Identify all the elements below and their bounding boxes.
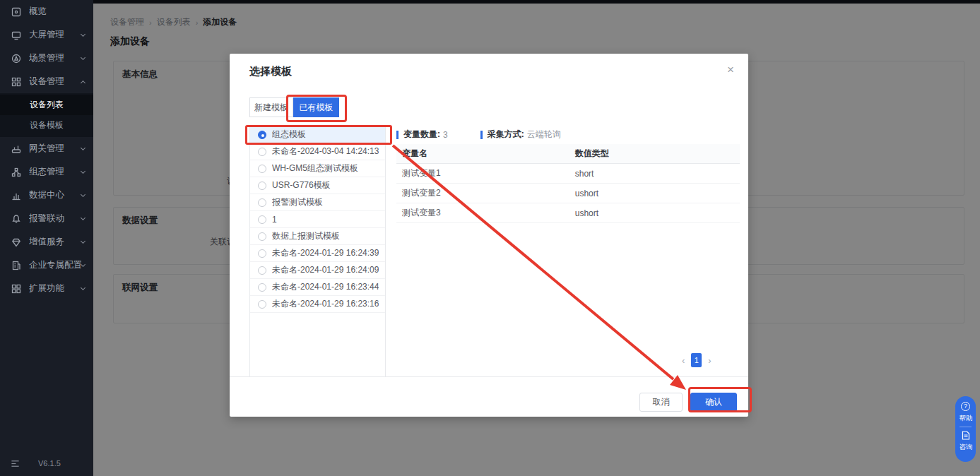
template-list-item[interactable]: 未命名-2024-01-29 16:24:09 <box>250 262 385 279</box>
sidebar-item-overview[interactable]: 概览 <box>0 0 93 23</box>
radio-icon[interactable] <box>258 232 266 241</box>
collect-method-value: 云端轮询 <box>527 129 561 141</box>
template-list-item[interactable]: 未命名-2024-01-29 16:24:39 <box>250 245 385 262</box>
chevron-down-icon <box>81 169 85 174</box>
template-name: 未命名-2024-01-29 16:24:39 <box>272 247 379 259</box>
template-name: 数据上报测试模板 <box>272 230 340 242</box>
radio-icon[interactable] <box>258 148 266 156</box>
sidebar-item-label: 报警联动 <box>29 213 81 225</box>
chevron-down-icon <box>81 215 85 220</box>
chevron-up-icon <box>81 80 85 85</box>
bar-chart-icon <box>11 190 21 201</box>
radio-icon[interactable] <box>258 249 266 258</box>
divider <box>960 427 972 427</box>
config-icon <box>11 167 21 177</box>
tab-existing-template[interactable]: 已有模板 <box>293 97 339 117</box>
alarm-icon <box>11 213 21 224</box>
collapse-menu-icon[interactable] <box>11 459 20 468</box>
prev-page-icon[interactable]: ‹ <box>682 356 685 365</box>
help-widget: ? 帮助 咨询 <box>955 396 976 462</box>
template-summary: 变量数量: 3 采集方式: 云端轮询 <box>396 129 561 141</box>
template-list-item[interactable]: 报警测试模板 <box>250 194 385 211</box>
sidebar-footer: V6.1.5 <box>0 451 93 476</box>
question-icon: ? <box>961 402 970 411</box>
template-list-item[interactable]: 数据上报测试模板 <box>250 228 385 245</box>
sidebar-item-enterprise[interactable]: 企业专属配置 <box>0 254 93 277</box>
close-icon[interactable]: × <box>724 61 737 78</box>
template-name: USR-G776模板 <box>272 179 331 191</box>
radio-icon[interactable] <box>258 198 266 207</box>
confirm-button[interactable]: 确认 <box>690 393 737 412</box>
template-name: 1 <box>272 215 277 225</box>
template-list-item[interactable]: 未命名-2024-03-04 14:24:13 <box>250 143 385 160</box>
sidebar-item-gateway[interactable]: 网关管理 <box>0 137 93 160</box>
template-list-item[interactable]: USR-G776模板 <box>250 177 385 194</box>
template-list-item[interactable]: 1 <box>250 211 385 228</box>
template-name: 未命名-2024-01-29 16:24:09 <box>272 264 379 276</box>
sub-item-label: 设备模板 <box>30 119 64 131</box>
sidebar-item-device-list[interactable]: 设备列表 <box>0 95 93 115</box>
template-list-item[interactable]: 未命名-2024-01-29 16:23:44 <box>250 279 385 296</box>
modal-footer: 取消 确认 <box>230 376 748 417</box>
consult-label: 咨询 <box>959 442 972 451</box>
diamond-icon <box>11 237 21 247</box>
dashboard-icon <box>11 6 21 17</box>
select-template-modal: 选择模板 × 新建模板 已有模板 组态模板 未命名-2024-03-04 14:… <box>230 54 748 417</box>
template-list: 组态模板 未命名-2024-03-04 14:24:13 WH-GM5组态测试模… <box>249 126 386 377</box>
template-name: 未命名-2024-01-29 16:23:44 <box>272 281 379 293</box>
radio-icon[interactable] <box>258 165 266 173</box>
radio-icon[interactable] <box>258 266 266 275</box>
grid-icon <box>11 283 21 294</box>
radio-icon[interactable] <box>258 283 266 292</box>
sidebar-item-label: 概览 <box>29 6 85 18</box>
pagination: ‹ 1 › <box>682 353 712 367</box>
device-submenu: 设备列表 设备模板 <box>0 93 93 137</box>
sidebar-item-extend[interactable]: 扩展功能 <box>0 277 93 300</box>
accent-bar <box>480 131 483 139</box>
sidebar-item-bigscreen[interactable]: 大屏管理 <box>0 23 93 47</box>
cell-var-name: 测试变量3 <box>396 207 575 219</box>
sidebar-item-value-service[interactable]: 增值服务 <box>0 230 93 254</box>
radio-icon[interactable] <box>258 300 266 309</box>
sidebar-item-label: 数据中心 <box>29 189 81 201</box>
cell-value-type: short <box>575 169 740 179</box>
col-header-var-name: 变量名 <box>396 148 575 160</box>
variable-table: 变量名 数值类型 测试变量1 short 测试变量2 ushort 测试变量3 … <box>396 144 740 223</box>
template-name: WH-GM5组态测试模板 <box>272 162 358 174</box>
template-list-item[interactable]: 组态模板 <box>250 126 385 143</box>
radio-icon[interactable] <box>258 182 266 190</box>
sidebar-item-device-template[interactable]: 设备模板 <box>0 115 93 136</box>
template-name: 组态模板 <box>272 129 306 141</box>
next-page-icon[interactable]: › <box>708 356 711 365</box>
sidebar-item-datacenter[interactable]: 数据中心 <box>0 184 93 207</box>
var-count-value: 3 <box>443 130 448 140</box>
help-label: 帮助 <box>959 413 972 422</box>
sidebar-item-label: 网关管理 <box>29 143 81 155</box>
cancel-button[interactable]: 取消 <box>639 393 683 412</box>
sidebar-item-scene[interactable]: 场景管理 <box>0 47 93 70</box>
sidebar-item-label: 设备管理 <box>29 76 81 88</box>
screen-icon <box>11 30 21 40</box>
app-window: 概览 大屏管理 场景管理 设备管理 设备列表 设备模板 网关管理 组态 <box>0 0 980 476</box>
sidebar-item-alarm[interactable]: 报警联动 <box>0 207 93 230</box>
device-icon <box>11 76 21 87</box>
sidebar-item-label: 扩展功能 <box>29 282 81 294</box>
col-header-value-type: 数值类型 <box>575 148 740 160</box>
sidebar-item-device[interactable]: 设备管理 <box>0 70 93 93</box>
sidebar-item-label: 组态管理 <box>29 166 81 178</box>
help-button[interactable]: ? 帮助 <box>959 402 973 423</box>
tab-new-template[interactable]: 新建模板 <box>249 97 293 117</box>
template-list-item[interactable]: WH-GM5组态测试模板 <box>250 160 385 177</box>
sidebar-item-config[interactable]: 组态管理 <box>0 160 93 184</box>
template-name: 报警测试模板 <box>272 196 323 208</box>
document-icon <box>962 431 970 440</box>
radio-selected-icon[interactable] <box>258 131 266 139</box>
sidebar-item-label: 企业专属配置 <box>29 259 81 271</box>
radio-icon[interactable] <box>258 215 266 224</box>
consult-button[interactable]: 咨询 <box>959 431 973 452</box>
page-number[interactable]: 1 <box>691 353 702 367</box>
var-count-label: 变量数量: <box>403 129 440 141</box>
template-list-item[interactable]: 未命名-2024-01-29 16:23:16 <box>250 296 385 313</box>
sidebar-item-label: 场景管理 <box>29 52 81 64</box>
table-header-row: 变量名 数值类型 <box>396 144 740 164</box>
